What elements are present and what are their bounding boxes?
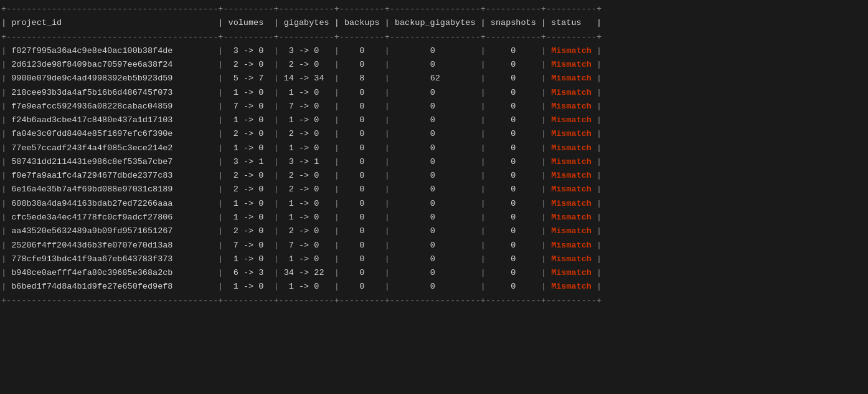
cell-pipe: |: [536, 88, 551, 97]
cell-pipe: |: [329, 129, 344, 138]
cell-pipe: |: [268, 185, 283, 194]
cell-pipe: |: [380, 171, 395, 180]
cell-pipe: |: [1, 199, 11, 208]
cell-pipe: |: [213, 226, 228, 236]
cell-snapshots: 0: [491, 171, 536, 180]
cell-backups: 0: [344, 115, 380, 125]
cell-backup-gigabytes: 0: [395, 129, 476, 138]
cell-pipe: |: [213, 102, 228, 111]
cell-backups: 0: [344, 254, 380, 264]
cell-project-id: aa43520e5632489a9b09fd9571651267: [11, 226, 213, 236]
cell-pipe: |: [380, 129, 395, 138]
cell-pipe: |: [476, 88, 491, 97]
cell-volumes: 2 -> 0: [229, 60, 269, 69]
cell-project-id: 608b38a4da944163bdab27ed72266aaa: [11, 199, 213, 208]
cell-gigabytes: 14 -> 34: [284, 74, 329, 83]
cell-pipe: |: [476, 157, 491, 166]
cell-gigabytes: 2 -> 0: [284, 185, 329, 194]
cell-pipe: |: [329, 143, 344, 153]
cell-backups: 0: [344, 60, 380, 69]
cell-volumes: 5 -> 7: [229, 74, 269, 83]
cell-status: Mismatch: [551, 213, 592, 222]
cell-status: Mismatch: [551, 199, 592, 208]
cell-gigabytes: 1 -> 0: [284, 282, 329, 291]
cell-volumes: 2 -> 0: [229, 129, 269, 138]
cell-gigabytes: 2 -> 0: [284, 226, 329, 236]
cell-backups: 0: [344, 282, 380, 291]
cell-pipe: |: [380, 241, 395, 250]
cell-pipe: |: [476, 74, 491, 83]
cell-pipe: |: [476, 102, 491, 111]
cell-pipe: |: [268, 88, 283, 97]
cell-volumes: 2 -> 0: [229, 171, 269, 180]
cell-pipe: |: [213, 282, 228, 291]
cell-pipe: |: [329, 199, 344, 208]
cell-pipe: |: [329, 115, 344, 125]
cell-pipe: |: [592, 129, 601, 138]
cell-backup-gigabytes: 0: [395, 115, 476, 125]
cell-pipe: |: [1, 102, 11, 111]
cell-pipe: |: [268, 226, 283, 236]
cell-pipe: |: [1, 213, 11, 222]
cell-status: Mismatch: [551, 60, 592, 69]
cell-pipe: |: [536, 185, 551, 194]
cell-backups: 0: [344, 157, 380, 166]
cell-backup-gigabytes: 0: [395, 143, 476, 153]
cell-pipe: |: [268, 129, 283, 138]
cell-pipe: |: [380, 143, 395, 153]
cell-project-id: f027f995a36a4c9e8e40ac100b38f4de: [11, 46, 213, 55]
cell-pipe: |: [1, 171, 11, 180]
cell-pipe: |: [213, 143, 228, 153]
cell-backups: 8: [344, 74, 380, 83]
cell-pipe: |: [1, 115, 11, 125]
cell-pipe: |: [592, 143, 601, 153]
cell-backups: 0: [344, 268, 380, 277]
cell-backup-gigabytes: 62: [395, 74, 476, 83]
cell-pipe: |: [1, 129, 11, 138]
cell-pipe: |: [329, 226, 344, 236]
cell-pipe: |: [329, 185, 344, 194]
cell-backups: 0: [344, 88, 380, 97]
cell-snapshots: 0: [491, 46, 536, 55]
cell-gigabytes: 34 -> 22: [284, 268, 329, 277]
cell-pipe: |: [380, 185, 395, 194]
cell-pipe: |: [213, 268, 228, 277]
cell-volumes: 3 -> 1: [229, 157, 269, 166]
cell-pipe: |: [268, 46, 283, 55]
cell-project-id: 218cee93b3da4af5b16b6d486745f073: [11, 88, 213, 97]
cell-pipe: |: [380, 74, 395, 83]
cell-backup-gigabytes: 0: [395, 199, 476, 208]
cell-status: Mismatch: [551, 226, 592, 236]
cell-project-id: 587431dd2114431e986c8ef535a7cbe7: [11, 157, 213, 166]
cell-pipe: |: [213, 157, 228, 166]
cell-snapshots: 0: [491, 226, 536, 236]
cell-status: Mismatch: [551, 74, 592, 83]
cell-status: Mismatch: [551, 115, 592, 125]
cell-volumes: 1 -> 0: [229, 143, 269, 153]
cell-pipe: |: [268, 60, 283, 69]
cell-pipe: |: [1, 185, 11, 194]
cell-pipe: |: [536, 268, 551, 277]
cell-status: Mismatch: [551, 157, 592, 166]
cell-pipe: |: [329, 213, 344, 222]
cell-pipe: |: [380, 88, 395, 97]
cell-pipe: |: [213, 74, 228, 83]
cell-gigabytes: 1 -> 0: [284, 199, 329, 208]
cell-pipe: |: [1, 157, 11, 166]
cell-pipe: |: [213, 213, 228, 222]
cell-gigabytes: 7 -> 0: [284, 241, 329, 250]
cell-volumes: 3 -> 0: [229, 46, 269, 55]
cell-pipe: |: [1, 88, 11, 97]
cell-volumes: 1 -> 0: [229, 88, 269, 97]
cell-status: Mismatch: [551, 254, 592, 264]
cell-project-id: 6e16a4e35b7a4f69bd088e97031c8189: [11, 185, 213, 194]
cell-pipe: |: [380, 268, 395, 277]
cell-pipe: |: [329, 254, 344, 264]
cell-pipe: |: [476, 115, 491, 125]
cell-pipe: |: [536, 254, 551, 264]
cell-pipe: |: [592, 185, 601, 194]
cell-pipe: |: [213, 199, 228, 208]
cell-backups: 0: [344, 226, 380, 236]
cell-project-id: cfc5ede3a4ec41778fc0cf9adcf27806: [11, 213, 213, 222]
cell-pipe: |: [536, 157, 551, 166]
